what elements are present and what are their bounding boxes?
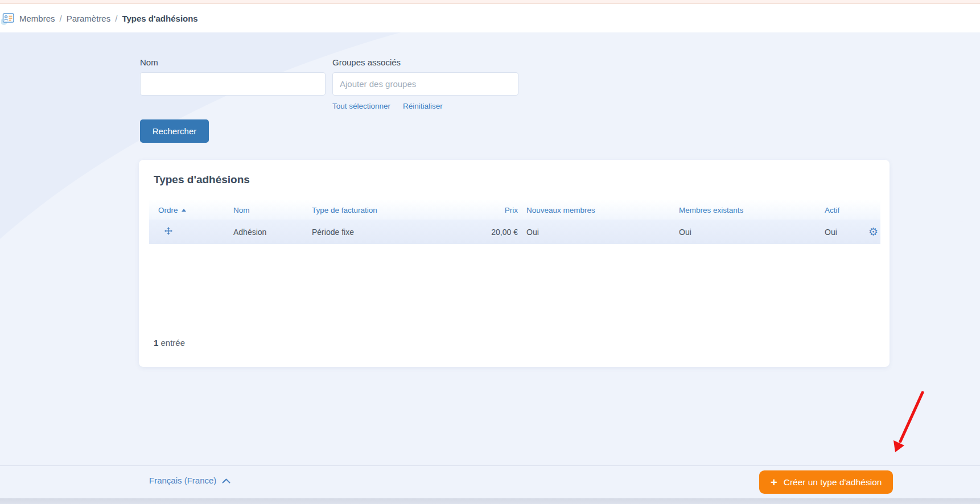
cell-actif: Oui: [814, 228, 854, 237]
chevron-up-icon: [222, 476, 230, 485]
cell-membres-existants: Oui: [669, 228, 814, 237]
reset-link[interactable]: Réinitialiser: [403, 102, 443, 110]
column-header-type-facturation[interactable]: Type de facturation: [312, 206, 454, 214]
entry-count-value: 1: [154, 338, 158, 348]
column-header-nouveaux-membres[interactable]: Nouveaux membres: [518, 206, 669, 214]
column-header-nom[interactable]: Nom: [233, 206, 312, 214]
sort-ascending-icon: [182, 209, 186, 212]
breadcrumb: Membres / Paramètres / Types d'adhésions: [0, 4, 980, 32]
search-button[interactable]: Rechercher: [140, 119, 209, 143]
plus-icon: +: [771, 477, 777, 488]
breadcrumb-item-membres[interactable]: Membres: [19, 14, 55, 23]
drag-move-icon[interactable]: [164, 226, 173, 236]
table-header-row: Ordre Nom Type de facturation Prix Nouve…: [149, 200, 880, 220]
entry-count-label: entrée: [161, 338, 186, 348]
select-all-link[interactable]: Tout sélectionner: [332, 102, 390, 110]
cell-type-facturation: Période fixe: [312, 228, 454, 237]
create-membership-type-button[interactable]: + Créer un type d'adhésion: [759, 470, 893, 494]
column-header-label: Ordre: [158, 206, 178, 214]
cell-prix: 20,00 €: [454, 228, 518, 237]
column-header-prix[interactable]: Prix: [454, 206, 518, 214]
breadcrumb-item-current: Types d'adhésions: [122, 14, 197, 23]
column-header-actif[interactable]: Actif: [814, 206, 854, 214]
cell-nom: Adhésion: [233, 228, 312, 237]
breadcrumb-separator: /: [115, 14, 117, 23]
name-input[interactable]: [140, 72, 326, 96]
cell-nouveaux-membres: Oui: [518, 228, 669, 237]
card-title: Types d'adhésions: [154, 173, 250, 186]
table-row[interactable]: Adhésion Période fixe 20,00 € Oui Oui Ou…: [149, 220, 880, 244]
top-notification-strip: [0, 0, 980, 4]
bottom-edge-strip: [0, 498, 980, 504]
language-selector[interactable]: Français (France): [149, 476, 230, 485]
membership-types-card: Types d'adhésions Ordre Nom Type de fact…: [139, 160, 890, 367]
members-module-icon: [1, 11, 15, 25]
create-button-label: Créer un type d'adhésion: [784, 477, 882, 488]
groups-input[interactable]: [332, 72, 518, 96]
settings-gear-icon[interactable]: ⚙: [868, 226, 878, 237]
column-header-ordre[interactable]: Ordre: [149, 206, 233, 214]
membership-types-table: Ordre Nom Type de facturation Prix Nouve…: [149, 200, 880, 244]
footer-divider: [0, 465, 980, 466]
breadcrumb-item-parametres[interactable]: Paramètres: [67, 14, 111, 23]
name-field-label: Nom: [140, 57, 158, 67]
breadcrumb-separator: /: [60, 14, 62, 23]
groups-field-label: Groupes associés: [332, 57, 401, 67]
entry-count: 1 entrée: [154, 338, 185, 348]
cell-ordre: [149, 226, 233, 237]
column-header-membres-existants[interactable]: Membres existants: [669, 206, 814, 214]
app-window: Membres / Paramètres / Types d'adhésions…: [0, 0, 980, 504]
language-label: Français (France): [149, 476, 216, 485]
